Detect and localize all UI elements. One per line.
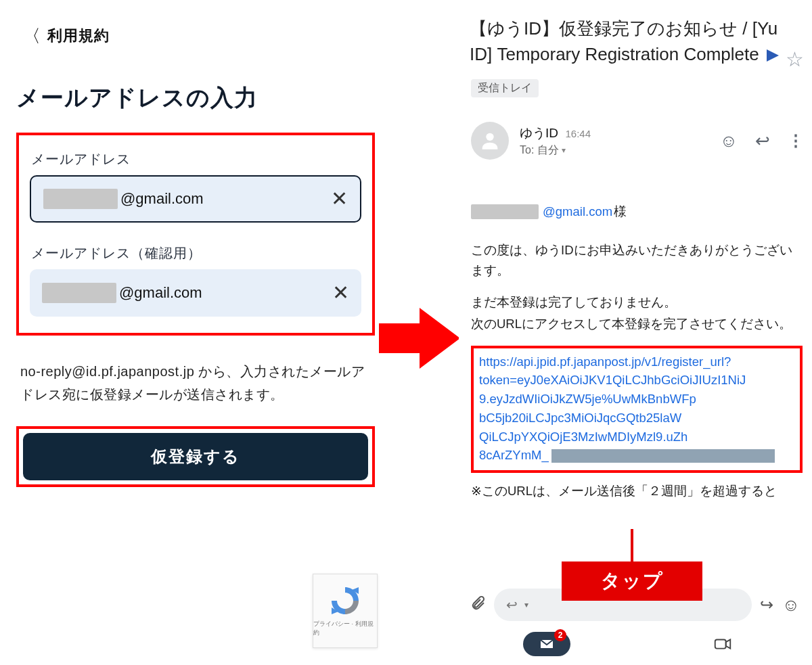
emoji-icon[interactable]: ☺ [782,595,800,616]
bottom-nav: 2 [459,626,811,662]
email-fields-highlight: メールアドレス @gmail.com ✕ メールアドレス（確認用） @gmail… [16,133,375,336]
reply-icon[interactable]: ↩ [755,131,770,152]
recaptcha-icon [329,584,361,617]
sender-row: ゆうID 16:44 To: 自分▾ ☺ ↩ ⋮ [459,97,811,160]
url-note: ※このURLは、メール送信後「２週間」を超過すると [471,481,803,502]
attachment-icon[interactable] [470,595,486,616]
svg-marker-2 [379,308,460,369]
recaptcha-badge[interactable]: プライバシー · 利用規約 [313,574,378,648]
nav-video[interactable] [635,626,811,662]
redacted-block [551,449,775,463]
sender-name: ゆうID [520,126,558,140]
redacted-block [471,204,539,219]
recipient-email: @gmail.com [543,202,612,223]
svg-rect-4 [715,639,726,648]
mail-badge: 2 [554,629,566,641]
body-line-3: 次のURLにアクセスして本登録を完了させてください。 [471,314,803,335]
recaptcha-footer: プライバシー · 利用規約 [313,620,377,637]
recipient-line: @gmail.com 様 [471,202,803,223]
svg-point-3 [486,133,493,141]
submit-button[interactable]: 仮登録する [23,433,368,480]
sender-time: 16:44 [565,128,591,139]
email-subject: 【ゆうID】仮登録完了のお知らせ / [Yu ID] Temporary Reg… [470,16,780,67]
redacted-block [43,189,118,209]
clear-icon[interactable]: ✕ [325,283,349,303]
email-input[interactable]: @gmail.com ✕ [30,175,361,223]
flow-arrow-icon [379,304,460,372]
email-confirm-input[interactable]: @gmail.com ✕ [30,269,361,317]
email-confirm-label: メールアドレス（確認用） [31,244,361,262]
page-title: メールアドレスの入力 [16,83,375,114]
nav-mail[interactable]: 2 [459,626,635,662]
submit-highlight: 仮登録する [16,426,375,487]
video-icon [713,634,733,654]
body-line-2: まだ本登録は完了しておりません。 [471,292,803,313]
avatar[interactable] [471,122,509,160]
more-icon[interactable]: ⋮ [788,131,804,150]
redacted-block [42,283,116,303]
back-nav[interactable]: 〈 利用規約 [16,12,375,46]
back-label: 利用規約 [47,26,110,46]
registration-url-link[interactable]: https://api.jpid.pf.japanpost.jp/v1/regi… [471,346,803,474]
react-icon[interactable]: ☺ [719,131,738,152]
label-arrow-icon [767,49,779,62]
reply-arrow-icon: ↩ [506,597,518,613]
tap-callout: タップ [562,561,702,601]
reply-mode-dropdown-icon: ▾ [524,600,528,610]
email-body: @gmail.com 様 この度は、ゆうIDにお申込みいただきありがとうございま… [459,160,811,502]
email-value: @gmail.com [120,190,324,208]
chevron-left-icon: 〈 [23,27,41,45]
callout-connector [631,529,633,563]
email-label: メールアドレス [31,150,361,168]
mail-icon [539,636,555,652]
inbox-badge[interactable]: 受信トレイ [471,79,539,97]
star-icon[interactable]: ☆ [786,47,804,71]
body-line-1: この度は、ゆうIDにお申込みいただきありがとうございます。 [471,240,803,281]
forward-icon[interactable]: ↪ [760,595,773,614]
email-confirm-value: @gmail.com [119,284,325,302]
clear-icon[interactable]: ✕ [324,189,348,209]
registration-form-panel: 〈 利用規約 メールアドレスの入力 メールアドレス @gmail.com ✕ メ… [16,12,375,648]
recipient-dropdown[interactable]: To: 自分▾ [520,143,708,158]
hint-text: no-reply@id.pf.japanpost.jp から、入力されたメールア… [20,360,371,406]
